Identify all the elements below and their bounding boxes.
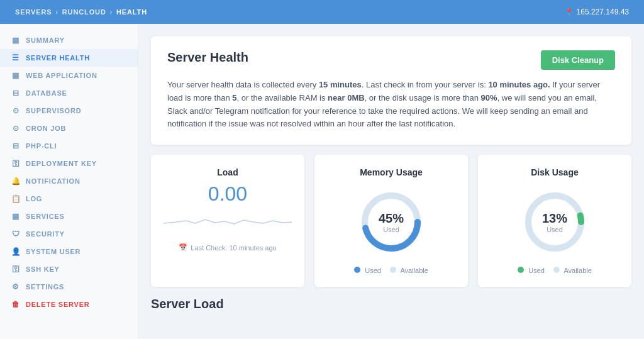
disk-legend-available: Available [553, 267, 592, 274]
sidebar-label-delete-server: DELETE SERVER [26, 301, 90, 308]
memory-legend-available: Available [390, 267, 428, 274]
sidebar-item-php-cli[interactable]: ⊟ PHP-CLI [0, 137, 138, 155]
sidebar-icon-summary: ▦ [11, 36, 20, 45]
memory-available-dot [390, 267, 396, 273]
memory-title: Memory Usage [360, 167, 423, 177]
sidebar-icon-notification: 🔔 [11, 177, 20, 186]
sidebar-item-cron-job[interactable]: ⊙ CRON JOB [0, 119, 138, 137]
disk-card: Disk Usage 13% Used Used [478, 155, 631, 287]
load-card: Load 0.00 📅 Last Check: 10 minutes ago [151, 155, 304, 287]
sidebar-label-database: DATABASE [26, 89, 67, 97]
main-content: Server Health Disk Cleanup Your server h… [138, 24, 644, 339]
breadcrumb-sep-1: › [56, 9, 58, 16]
sidebar-icon-security: 🛡 [11, 230, 20, 238]
sidebar-item-database[interactable]: ⊟ DATABASE [0, 84, 138, 102]
disk-used-label: Used [542, 226, 567, 233]
sidebar-icon-services: ▦ [11, 212, 20, 221]
sidebar-icon-ssh-key: ⚿ [11, 265, 20, 274]
sidebar-label-summary: SUMMARY [26, 36, 65, 44]
sidebar-item-web-application[interactable]: ▦ WEB APPLICATION [0, 67, 138, 84]
sidebar-label-settings: SETTINGS [26, 283, 64, 291]
sidebar-item-deployment-key[interactable]: ⚿ DEPLOYMENT KEY [0, 155, 138, 172]
sidebar-item-server-health[interactable]: ☰ SERVER HEALTH [0, 49, 138, 67]
server-load-title: Server Load [151, 297, 631, 311]
server-load-section: Server Load [151, 297, 631, 311]
sidebar: ▦ SUMMARY ☰ SERVER HEALTH ▦ WEB APPLICAT… [0, 24, 138, 339]
server-ip: 📍 165.227.149.43 [565, 8, 629, 16]
sidebar-icon-deployment-key: ⚿ [11, 159, 20, 168]
memory-used-dot [354, 267, 360, 273]
sidebar-item-summary[interactable]: ▦ SUMMARY [0, 31, 138, 49]
memory-donut: 45% Used [357, 187, 426, 257]
disk-cleanup-button[interactable]: Disk Cleanup [541, 50, 615, 70]
sidebar-icon-web-application: ▦ [11, 71, 20, 80]
memory-percentage: 45% [379, 211, 404, 226]
sidebar-label-ssh-key: SSH KEY [26, 265, 60, 273]
breadcrumb-health: HEALTH [116, 8, 147, 16]
sidebar-icon-cron-job: ⊙ [11, 124, 20, 133]
memory-used-label: Used [379, 226, 404, 233]
disk-available-dot [553, 267, 560, 273]
metrics-row: Load 0.00 📅 Last Check: 10 minutes ago M… [151, 155, 631, 287]
sidebar-item-ssh-key[interactable]: ⚿ SSH KEY [0, 260, 138, 278]
disk-title: Disk Usage [531, 167, 578, 177]
sidebar-item-settings[interactable]: ⚙ SETTINGS [0, 278, 138, 296]
load-sparkline [164, 209, 292, 235]
breadcrumb-servers[interactable]: SERVERS [15, 8, 52, 16]
sidebar-item-system-user[interactable]: 👤 SYSTEM USER [0, 243, 138, 260]
load-sparkline-area [164, 209, 292, 235]
memory-legend-used: Used [354, 267, 381, 274]
pin-icon: 📍 [565, 8, 574, 16]
disk-donut-label: 13% Used [542, 211, 567, 233]
sidebar-item-supervisord[interactable]: ⊙ SUPERVISORD [0, 102, 138, 119]
sidebar-label-log: LOG [26, 195, 42, 203]
health-info-card: Server Health Disk Cleanup Your server h… [151, 36, 631, 145]
sidebar-label-security: SECURITY [26, 230, 65, 238]
disk-legend: Used Available [518, 267, 592, 274]
sidebar-item-delete-server[interactable]: 🗑 DELETE SERVER [0, 296, 138, 313]
sidebar-label-supervisord: SUPERVISORD [26, 107, 81, 114]
sidebar-label-notification: NOTIFICATION [26, 177, 80, 185]
memory-legend: Used Available [354, 267, 428, 274]
sidebar-icon-log: 📋 [11, 194, 20, 203]
sidebar-label-services: SERVICES [26, 213, 65, 220]
sidebar-label-deployment-key: DEPLOYMENT KEY [26, 160, 97, 167]
load-last-check: 📅 Last Check: 10 minutes ago [179, 243, 276, 252]
disk-used-dot [518, 267, 524, 273]
breadcrumb-sep-2: › [110, 9, 113, 16]
breadcrumb-runcloud[interactable]: RUNCLOUD [62, 8, 106, 16]
sidebar-icon-database: ⊟ [11, 89, 20, 97]
sidebar-label-server-health: SERVER HEALTH [26, 54, 90, 62]
sidebar-label-web-application: WEB APPLICATION [26, 72, 97, 79]
sidebar-item-notification[interactable]: 🔔 NOTIFICATION [0, 172, 138, 190]
health-description: Your server health data is collected eve… [167, 79, 615, 131]
disk-donut: 13% Used [520, 187, 589, 257]
sidebar-item-services[interactable]: ▦ SERVICES [0, 208, 138, 225]
disk-legend-used: Used [518, 267, 545, 274]
disk-percentage: 13% [542, 211, 567, 226]
load-value: 0.00 [208, 182, 247, 206]
breadcrumb: SERVERS › RUNCLOUD › HEALTH [15, 8, 147, 16]
memory-card: Memory Usage 45% Used Used [314, 155, 468, 287]
sidebar-icon-supervisord: ⊙ [11, 106, 20, 115]
sidebar-icon-php-cli: ⊟ [11, 142, 20, 150]
sidebar-label-php-cli: PHP-CLI [26, 142, 57, 150]
sidebar-icon-settings: ⚙ [11, 282, 20, 291]
sidebar-icon-system-user: 👤 [11, 247, 20, 256]
sidebar-item-security[interactable]: 🛡 SECURITY [0, 225, 138, 243]
memory-donut-label: 45% Used [379, 211, 404, 233]
sidebar-item-log[interactable]: 📋 LOG [0, 190, 138, 208]
load-title: Load [217, 167, 238, 177]
sidebar-icon-delete-server: 🗑 [11, 300, 20, 309]
health-title: Server Health [167, 50, 248, 65]
sidebar-icon-server-health: ☰ [11, 53, 20, 62]
calendar-icon: 📅 [179, 243, 187, 252]
sidebar-label-system-user: SYSTEM USER [26, 248, 80, 255]
topnav: SERVERS › RUNCLOUD › HEALTH 📍 165.227.14… [0, 0, 644, 24]
sidebar-label-cron-job: CRON JOB [26, 125, 66, 132]
